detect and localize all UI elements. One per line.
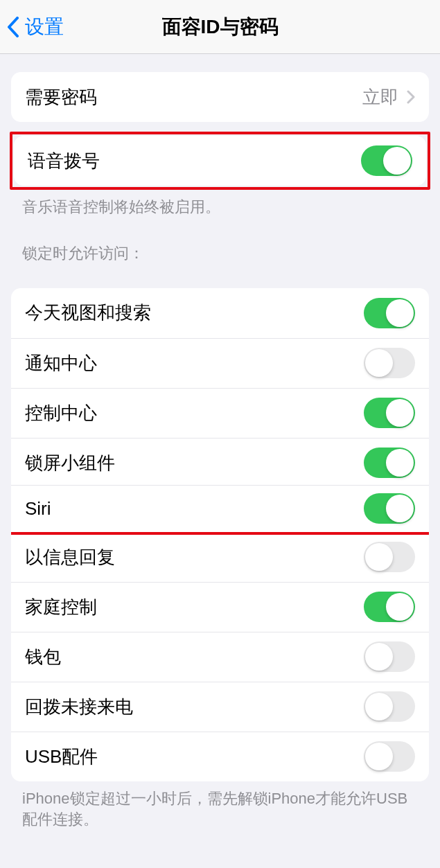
- allow-access-row: 家庭控制: [11, 582, 429, 632]
- toggle-knob: [386, 495, 414, 522]
- allow-access-group: 今天视图和搜索通知中心控制中心锁屏小组件Siri以信息回复家庭控制钱包回拨未接来…: [11, 288, 429, 781]
- allow-access-row: 锁屏小组件: [11, 438, 429, 488]
- allow-access-label: 回拨未接来电: [25, 695, 133, 719]
- toggle-knob: [365, 643, 393, 671]
- toggle-knob: [365, 543, 393, 571]
- allow-access-label: 以信息回复: [25, 545, 115, 569]
- voice-dial-footer: 音乐语音控制将始终被启用。: [0, 190, 440, 224]
- allow-access-toggle[interactable]: [364, 448, 415, 478]
- back-button[interactable]: 设置: [0, 14, 64, 40]
- allow-access-header: 锁定时允许访问：: [0, 224, 440, 270]
- allow-access-toggle[interactable]: [364, 741, 415, 772]
- allow-access-row: 以信息回复: [11, 532, 429, 582]
- allow-access-toggle[interactable]: [364, 641, 415, 672]
- page-title: 面容ID与密码: [0, 14, 440, 40]
- allow-access-toggle[interactable]: [364, 493, 415, 524]
- voice-dial-label: 语音拨号: [28, 149, 100, 173]
- require-passcode-row[interactable]: 需要密码 立即: [11, 72, 429, 122]
- chevron-left-icon: [7, 17, 19, 37]
- toggle-knob: [386, 299, 414, 327]
- navigation-bar: 设置 面容ID与密码: [0, 0, 440, 54]
- voice-dial-row: 语音拨号: [14, 136, 426, 186]
- back-label: 设置: [25, 14, 64, 40]
- voice-dial-highlight: 语音拨号: [10, 132, 430, 190]
- allow-access-footer: iPhone锁定超过一小时后，需先解锁iPhone才能允许USB配件连接。: [0, 781, 440, 837]
- allow-access-label: USB配件: [25, 745, 98, 769]
- require-passcode-group: 需要密码 立即: [11, 72, 429, 122]
- toggle-knob: [383, 147, 411, 175]
- require-passcode-value: 立即: [362, 85, 415, 109]
- allow-access-row: 今天视图和搜索: [11, 288, 429, 338]
- require-passcode-label: 需要密码: [25, 85, 97, 109]
- voice-dial-toggle[interactable]: [361, 145, 412, 176]
- allow-access-label: 家庭控制: [25, 595, 97, 619]
- allow-access-row: 通知中心: [11, 338, 429, 388]
- allow-access-label: 钱包: [25, 645, 61, 669]
- allow-access-toggle[interactable]: [364, 592, 415, 622]
- allow-access-label: 锁屏小组件: [25, 451, 115, 475]
- allow-access-label: 今天视图和搜索: [25, 301, 151, 325]
- content: 需要密码 立即 语音拨号 音乐语音控制将始终被启用。 锁定时允许访问： 今天视图…: [0, 72, 440, 836]
- allow-access-label: 通知中心: [25, 351, 97, 375]
- allow-access-row: 回拨未接来电: [11, 682, 429, 732]
- allow-access-row: USB配件: [11, 732, 429, 781]
- toggle-knob: [365, 349, 393, 377]
- allow-access-toggle[interactable]: [364, 398, 415, 428]
- toggle-knob: [386, 593, 414, 621]
- allow-access-label: 控制中心: [25, 401, 97, 425]
- allow-access-row: 钱包: [11, 632, 429, 682]
- chevron-right-icon: [407, 90, 415, 104]
- toggle-knob: [386, 399, 414, 427]
- toggle-knob: [365, 693, 393, 720]
- allow-access-row: 控制中心: [11, 388, 429, 438]
- toggle-knob: [365, 743, 393, 770]
- allow-access-toggle[interactable]: [364, 542, 415, 572]
- allow-access-label: Siri: [25, 498, 51, 520]
- allow-access-row: Siri: [11, 485, 429, 535]
- allow-access-toggle[interactable]: [364, 298, 415, 328]
- allow-access-toggle[interactable]: [364, 348, 415, 378]
- allow-access-toggle[interactable]: [364, 691, 415, 722]
- toggle-knob: [386, 449, 414, 477]
